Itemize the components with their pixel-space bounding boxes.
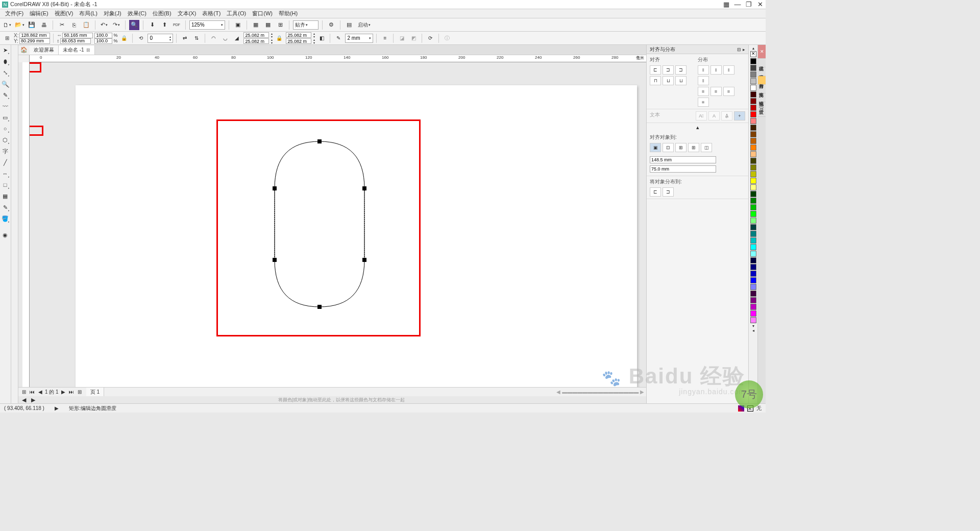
color-swatch[interactable]	[750, 218, 756, 224]
dist-bottom-button[interactable]: ≡	[698, 98, 709, 107]
corner1-input[interactable]	[243, 32, 269, 38]
corner-scallop-icon[interactable]: ◡	[220, 33, 230, 43]
scalex-input[interactable]	[94, 33, 112, 38]
rounded-rect-shape[interactable]	[268, 137, 371, 311]
color-swatch[interactable]	[750, 78, 756, 84]
new-button[interactable]: 🗋▾	[2, 20, 12, 30]
dimension-tool[interactable]: ↔▸	[0, 168, 10, 179]
color-swatch[interactable]	[750, 304, 756, 310]
y-input[interactable]	[19, 38, 50, 44]
color-swatch[interactable]	[750, 224, 756, 230]
corner2-input[interactable]	[243, 38, 269, 44]
corner4-input[interactable]	[286, 38, 311, 44]
scroll-left-icon[interactable]: ◀	[20, 396, 28, 403]
dist-to-selection-button[interactable]: ⊏	[650, 187, 661, 197]
lock-ratio-icon[interactable]: 🔒	[119, 33, 129, 43]
align-center-v-button[interactable]: ⊔	[663, 76, 674, 85]
fill-tool[interactable]: 🪣▸	[0, 213, 10, 224]
color-swatch[interactable]	[750, 264, 756, 270]
margin-h-input[interactable]	[650, 156, 716, 163]
back-minus-front-icon[interactable]: ◩	[408, 33, 419, 43]
minimize-button[interactable]: —	[734, 1, 741, 8]
color-swatch[interactable]	[750, 257, 756, 263]
text-first-button[interactable]: A	[708, 111, 720, 120]
color-swatch[interactable]	[750, 144, 756, 151]
side-tab-close[interactable]: ✕	[758, 45, 766, 59]
rulers-button[interactable]: ▦	[251, 20, 261, 30]
align-center-h-button[interactable]: ⊐	[663, 65, 674, 75]
align-top-button[interactable]: ⊓	[650, 76, 661, 85]
color-swatch[interactable]	[750, 198, 756, 204]
width-input[interactable]	[62, 33, 93, 38]
color-swatch[interactable]	[750, 164, 756, 171]
home-tab[interactable]: 🏠	[18, 45, 30, 55]
smart-fill-tool[interactable]: ◉	[0, 230, 10, 240]
print-button[interactable]: 🖶	[39, 20, 49, 30]
mirror-v-icon[interactable]: ⇅	[191, 33, 202, 43]
color-swatch[interactable]	[750, 85, 756, 91]
paste-button[interactable]: 📋	[81, 20, 91, 30]
color-swatch[interactable]	[750, 297, 756, 303]
align-bottom-button[interactable]: ⊔	[675, 76, 687, 85]
nav-add-icon[interactable]: ⊞	[76, 389, 83, 396]
menu-edit[interactable]: 编辑(E)	[27, 10, 52, 17]
color-swatch[interactable]	[750, 191, 756, 197]
export-button[interactable]: ⬆	[159, 20, 169, 30]
corner3-input[interactable]	[286, 32, 311, 38]
dist-top-button[interactable]: ≡	[698, 87, 709, 96]
dist-left-button[interactable]: ⦀	[698, 65, 709, 75]
palette-flyout-icon[interactable]: ◂	[752, 328, 754, 333]
text-last-button[interactable]: A̱	[721, 111, 732, 120]
color-swatch[interactable]	[750, 291, 756, 297]
nav-first-icon[interactable]: ⊞	[20, 389, 28, 396]
close-tab-icon[interactable]: ⊠	[86, 47, 90, 53]
color-swatch[interactable]	[750, 111, 756, 117]
rectangle-tool[interactable]: ▭▸	[0, 112, 10, 123]
color-swatch[interactable]	[750, 277, 756, 283]
align-to-active-button[interactable]: ▣	[650, 143, 661, 152]
side-tab-text[interactable]: 文本属性	[758, 85, 766, 93]
align-right-button[interactable]: ⊐	[675, 65, 687, 75]
convert-curves-icon[interactable]: ⟳	[425, 33, 435, 43]
color-swatch[interactable]	[750, 131, 756, 137]
scaley-input[interactable]	[94, 38, 112, 44]
wrap-text-icon[interactable]: ≡	[380, 33, 390, 43]
dist-right-button[interactable]: ⦀	[698, 76, 709, 85]
dist-spacing-h-button[interactable]: ⦀	[723, 65, 734, 75]
color-swatch[interactable]	[750, 284, 756, 290]
cut-button[interactable]: ✂	[57, 20, 67, 30]
menu-text[interactable]: 文本(X)	[175, 10, 200, 17]
nav-last-icon[interactable]: ⏭	[68, 389, 75, 396]
mirror-h-icon[interactable]: ⇄	[180, 33, 190, 43]
horizontal-ruler[interactable]: 0 20 40 60 80 100 120 140 160 180 200 22…	[30, 55, 646, 62]
menu-help[interactable]: 帮助(H)	[276, 10, 301, 17]
text-baseline-button[interactable]: Aͨ	[696, 111, 707, 120]
scroll-right-icon[interactable]: ▶	[30, 396, 37, 403]
color-swatch[interactable]	[750, 91, 756, 98]
color-swatch[interactable]	[750, 310, 756, 317]
zoom-tool[interactable]: 🔍▸	[0, 79, 10, 89]
document-tab[interactable]: 未命名 -1⊠	[59, 45, 95, 55]
pick-tool[interactable]: ➤▸	[0, 45, 10, 55]
launch-combo[interactable]: 启动▾	[356, 20, 382, 30]
relative-corner-icon[interactable]: ◧	[316, 33, 327, 43]
ellipse-tool[interactable]: ○▸	[0, 124, 10, 134]
dist-to-page-button[interactable]: ⊐	[663, 187, 674, 197]
dist-spacing-v-button[interactable]: ≡	[723, 87, 734, 96]
save-button[interactable]: 💾	[27, 20, 37, 30]
welcome-tab[interactable]: 欢迎屏幕	[30, 45, 59, 55]
text-tool[interactable]: 字	[0, 146, 10, 156]
align-to-point-button[interactable]: ◫	[701, 143, 712, 152]
nav-next-icon[interactable]: ▶	[60, 389, 67, 396]
x-input[interactable]	[19, 33, 50, 38]
line-tool[interactable]: ╱	[0, 157, 10, 167]
vertical-ruler[interactable]	[22, 62, 30, 387]
close-button[interactable]: ✕	[756, 1, 764, 8]
shape-tool[interactable]: ⬮▸	[0, 56, 10, 66]
color-swatch[interactable]	[750, 138, 756, 144]
color-swatch[interactable]	[750, 231, 756, 237]
eyedropper-tool[interactable]: ✎▸	[0, 202, 10, 212]
color-swatch[interactable]	[750, 105, 756, 111]
dist-center-h-button[interactable]: ⦀	[710, 65, 722, 75]
vertical-scrollbar[interactable]	[640, 62, 646, 387]
